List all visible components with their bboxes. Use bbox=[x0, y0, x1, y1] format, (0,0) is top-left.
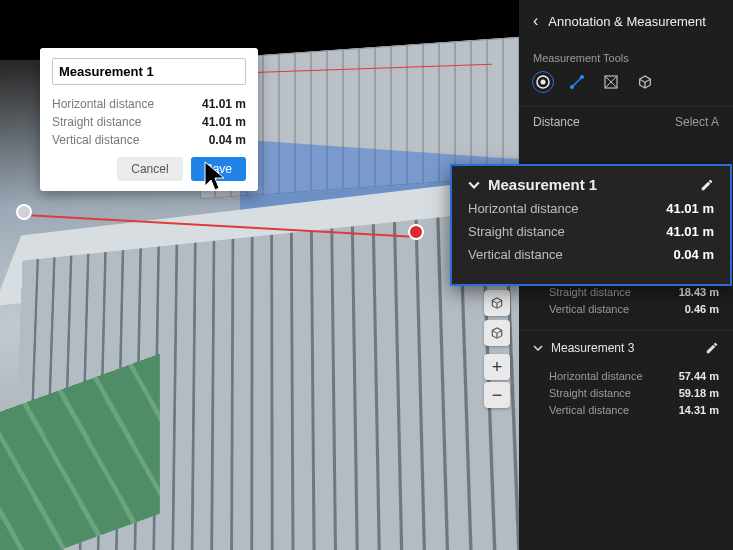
measurement-point-end[interactable] bbox=[408, 224, 424, 240]
svg-line-4 bbox=[573, 78, 581, 86]
measurement-point-start[interactable] bbox=[16, 204, 32, 220]
m1-row-label: Straight distance bbox=[468, 224, 565, 239]
m1-row-value: 0.04 m bbox=[674, 247, 714, 262]
cube-icon bbox=[490, 326, 504, 340]
line-tool-icon bbox=[568, 73, 586, 91]
tool-line[interactable] bbox=[567, 72, 587, 92]
svg-point-1 bbox=[541, 80, 546, 85]
m1-row-value: 41.01 m bbox=[666, 201, 714, 216]
popup-row: Horizontal distance 41.01 m bbox=[52, 97, 246, 111]
measurement-name-input[interactable] bbox=[52, 58, 246, 85]
measurement-name: Measurement 3 bbox=[551, 341, 634, 355]
popup-row-label: Straight distance bbox=[52, 115, 141, 129]
tool-area[interactable] bbox=[601, 72, 621, 92]
m-row-label: Horizontal distance bbox=[549, 370, 643, 382]
edit-icon[interactable] bbox=[705, 341, 719, 355]
m-row-label: Vertical distance bbox=[549, 404, 629, 416]
popup-row-value: 41.01 m bbox=[202, 97, 246, 111]
popup-row-value: 41.01 m bbox=[202, 115, 246, 129]
back-icon[interactable]: ‹ bbox=[533, 12, 538, 30]
area-tool-icon bbox=[603, 74, 619, 90]
view-cube-button-1[interactable] bbox=[484, 290, 510, 316]
measurement-1-expanded-card: Measurement 1 Horizontal distance41.01 m… bbox=[450, 164, 732, 286]
popup-row: Straight distance 41.01 m bbox=[52, 115, 246, 129]
m1-row-label: Horizontal distance bbox=[468, 201, 579, 216]
m1-row-label: Vertical distance bbox=[468, 247, 563, 262]
tool-point[interactable] bbox=[533, 72, 553, 92]
point-tool-icon bbox=[535, 74, 551, 90]
measurement-rows: Horizontal distance57.44 m Straight dist… bbox=[519, 370, 733, 431]
section-label: Distance bbox=[533, 115, 580, 129]
popup-row: Vertical distance 0.04 m bbox=[52, 133, 246, 147]
measurement-group: Measurement 3 Horizontal distance57.44 m… bbox=[519, 330, 733, 431]
m-row-label: Vertical distance bbox=[549, 303, 629, 315]
m1-row-value: 41.01 m bbox=[666, 224, 714, 239]
measurement-name: Measurement 1 bbox=[488, 176, 597, 193]
tool-volume[interactable] bbox=[635, 72, 655, 92]
tools-row bbox=[519, 72, 733, 106]
cancel-button[interactable]: Cancel bbox=[117, 157, 182, 181]
zoom-out-button[interactable]: − bbox=[484, 382, 510, 408]
popup-row-label: Vertical distance bbox=[52, 133, 139, 147]
save-button[interactable]: Save bbox=[191, 157, 246, 181]
m-row-value: 14.31 m bbox=[679, 404, 719, 416]
zoom-in-button[interactable]: + bbox=[484, 354, 510, 380]
m-row-value: 18.43 m bbox=[679, 286, 719, 298]
m-row-label: Straight distance bbox=[549, 286, 631, 298]
view-cube-button-2[interactable] bbox=[484, 320, 510, 346]
popup-row-value: 0.04 m bbox=[209, 133, 246, 147]
tools-section-title: Measurement Tools bbox=[519, 42, 733, 72]
sidebar-header: ‹ Annotation & Measurement bbox=[519, 0, 733, 42]
measurement-popup: Horizontal distance 41.01 m Straight dis… bbox=[40, 48, 258, 191]
distance-section-header: Distance Select A bbox=[519, 106, 733, 137]
popup-row-label: Horizontal distance bbox=[52, 97, 154, 111]
chevron-down-icon bbox=[468, 179, 480, 191]
m-row-value: 57.44 m bbox=[679, 370, 719, 382]
measurement-title-row[interactable]: Measurement 3 bbox=[519, 331, 733, 365]
cube-icon bbox=[490, 296, 504, 310]
volume-tool-icon bbox=[637, 74, 653, 90]
m-row-label: Straight distance bbox=[549, 387, 631, 399]
m-row-value: 59.18 m bbox=[679, 387, 719, 399]
edit-icon[interactable] bbox=[700, 178, 714, 192]
sidebar-title: Annotation & Measurement bbox=[548, 14, 706, 29]
m-row-value: 0.46 m bbox=[685, 303, 719, 315]
select-all-link[interactable]: Select A bbox=[675, 115, 719, 129]
chevron-down-icon bbox=[533, 343, 543, 353]
